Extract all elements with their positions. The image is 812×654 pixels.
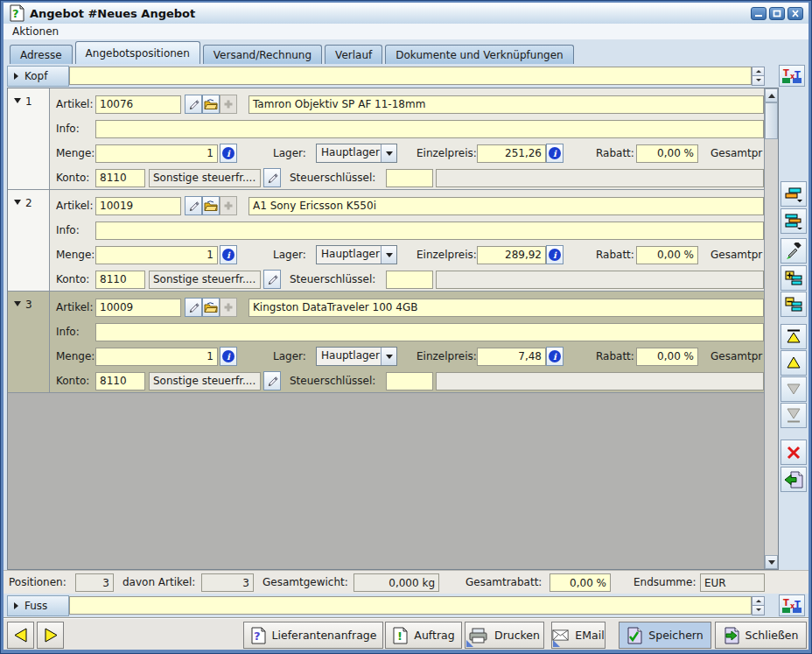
open-artikel-button[interactable]: [202, 298, 220, 317]
menu-aktionen[interactable]: Aktionen: [12, 25, 59, 38]
edit-artikel-button[interactable]: [185, 95, 202, 114]
maximize-button[interactable]: [769, 7, 785, 20]
lager-select[interactable]: Hauptlager: [316, 144, 397, 163]
artikel-input[interactable]: 10009: [95, 299, 181, 317]
kopf-section-toggle[interactable]: Kopf: [7, 66, 69, 87]
konto-input[interactable]: 8110: [95, 169, 145, 187]
scrollbar-thumb[interactable]: [765, 102, 778, 139]
menge-info-button[interactable]: i: [220, 245, 237, 264]
auftrag-button[interactable]: ! Auftrag: [385, 622, 462, 649]
move-first-button[interactable]: [780, 324, 807, 349]
einzelpreis-info-button[interactable]: i: [546, 245, 564, 264]
fuss-input[interactable]: [69, 596, 752, 615]
schliessen-button[interactable]: Schließen: [715, 622, 807, 649]
edit-konto-button[interactable]: [263, 270, 281, 289]
svg-text:?: ?: [12, 7, 19, 20]
expanded-arrow-icon[interactable]: [14, 200, 21, 205]
tab-versand-rechnung[interactable]: Versand/Rechnung: [203, 45, 322, 64]
close-button[interactable]: [788, 7, 803, 20]
reorder-positions-1-button[interactable]: [780, 181, 807, 207]
expanded-arrow-icon[interactable]: [14, 301, 21, 306]
add-artikel-button[interactable]: [220, 298, 237, 317]
add-artikel-button[interactable]: [220, 196, 237, 215]
tab-dokumente[interactable]: Dokumente und Verknüpfungen: [385, 45, 573, 64]
rabatt-input[interactable]: 0,00 %: [636, 348, 698, 366]
info-input[interactable]: [95, 222, 764, 240]
kopf-spinner[interactable]: [752, 67, 765, 86]
artikel-name-field[interactable]: Tamron Objektiv SP AF 11-18mm: [248, 95, 764, 114]
reorder-positions-2-button[interactable]: [780, 208, 807, 234]
lieferantenanfrage-button[interactable]: ? Lieferantenanfrage: [243, 622, 383, 649]
rabatt-input[interactable]: 0,00 %: [636, 246, 698, 264]
einzelpreis-input[interactable]: 289,92: [477, 246, 546, 264]
add-position-button[interactable]: [780, 265, 807, 291]
einzelpreis-input[interactable]: 251,26: [477, 144, 546, 163]
text-blocks-button[interactable]: TxT: [779, 65, 805, 87]
artikel-name-field[interactable]: Kingston DataTraveler 100 4GB: [248, 299, 764, 317]
kopf-input[interactable]: [69, 67, 752, 85]
info-input[interactable]: [95, 120, 764, 138]
lager-select[interactable]: Hauptlager: [316, 245, 397, 264]
nav-next-button[interactable]: [37, 622, 64, 649]
scroll-down-button[interactable]: [765, 555, 778, 569]
move-down-button[interactable]: [780, 376, 807, 402]
speichern-button[interactable]: Speichern: [619, 622, 711, 649]
nav-previous-button[interactable]: [7, 622, 34, 649]
artikel-input[interactable]: 10019: [95, 197, 181, 215]
menge-info-button[interactable]: i: [220, 144, 237, 163]
drucken-button[interactable]: Drucken: [465, 622, 544, 649]
edit-konto-button[interactable]: [263, 371, 281, 390]
expanded-arrow-icon[interactable]: [14, 98, 21, 103]
edit-artikel-button[interactable]: [185, 196, 202, 215]
import-position-button[interactable]: [780, 467, 807, 492]
artikel-name-field[interactable]: A1 Sony Ericsson K550i: [248, 197, 764, 215]
delete-position-button[interactable]: [780, 440, 807, 465]
open-artikel-button[interactable]: [202, 95, 220, 114]
info-input[interactable]: [95, 323, 764, 341]
minimize-button[interactable]: [751, 7, 766, 20]
steuerschluessel-input[interactable]: [386, 372, 433, 390]
steuerschluessel-input[interactable]: [386, 271, 433, 289]
empty-area: [8, 393, 764, 569]
konto-name-field: Sonstige steuerfr....: [149, 271, 261, 289]
tab-verlauf[interactable]: Verlauf: [325, 45, 382, 64]
menge-input[interactable]: 1: [95, 348, 218, 366]
pipette-button[interactable]: [780, 238, 807, 264]
position-row-1[interactable]: 1 Artikel: 10076 Tamron Objektiv SP AF 1…: [8, 88, 764, 190]
dropdown-arrow-icon: [381, 144, 396, 162]
gesamtrabatt-field[interactable]: 0,00 %: [550, 573, 611, 592]
text-blocks-button[interactable]: TxT: [779, 594, 805, 616]
menge-info-button[interactable]: i: [220, 347, 237, 366]
konto-input[interactable]: 8110: [95, 372, 145, 390]
fuss-spinner[interactable]: [752, 596, 765, 615]
fuss-section-toggle[interactable]: Fuss: [7, 595, 69, 616]
edit-konto-button[interactable]: [263, 168, 281, 187]
artikel-input[interactable]: 10076: [95, 95, 181, 114]
einzelpreis-input[interactable]: 7,48: [477, 348, 546, 366]
email-button[interactable]: EMail: [551, 622, 606, 649]
rabatt-input[interactable]: 0,00 %: [636, 144, 698, 163]
open-artikel-button[interactable]: [202, 196, 220, 215]
collapsed-arrow-icon: [14, 602, 18, 609]
menge-input[interactable]: 1: [95, 144, 218, 163]
move-last-button[interactable]: [780, 403, 807, 428]
einzelpreis-info-button[interactable]: i: [546, 347, 564, 366]
tab-adresse[interactable]: Adresse: [10, 45, 73, 64]
einzelpreis-info-button[interactable]: i: [546, 144, 564, 163]
steuerschluessel-input[interactable]: [386, 169, 433, 187]
svg-text:T: T: [783, 68, 789, 78]
menge-input[interactable]: 1: [95, 246, 218, 264]
remove-position-button[interactable]: [780, 292, 807, 317]
add-artikel-button[interactable]: [220, 95, 237, 114]
edit-artikel-button[interactable]: [185, 298, 202, 317]
title-bar[interactable]: ? Angebot #Neues Angebot: [4, 3, 808, 24]
lager-select[interactable]: Hauptlager: [316, 347, 397, 366]
konto-input[interactable]: 8110: [95, 271, 145, 289]
vertical-scrollbar[interactable]: [764, 88, 778, 569]
move-up-button[interactable]: [780, 350, 807, 376]
tab-angebotspositionen[interactable]: Angebotspositionen: [75, 41, 200, 64]
position-row-3[interactable]: 3 Artikel: 10009 Kingston DataTraveler 1…: [8, 292, 764, 393]
davon-artikel-field: 3: [201, 573, 254, 592]
position-row-2[interactable]: 2 Artikel: 10019 A1 Sony Ericsson K550i: [8, 190, 764, 292]
scroll-up-button[interactable]: [765, 88, 778, 102]
